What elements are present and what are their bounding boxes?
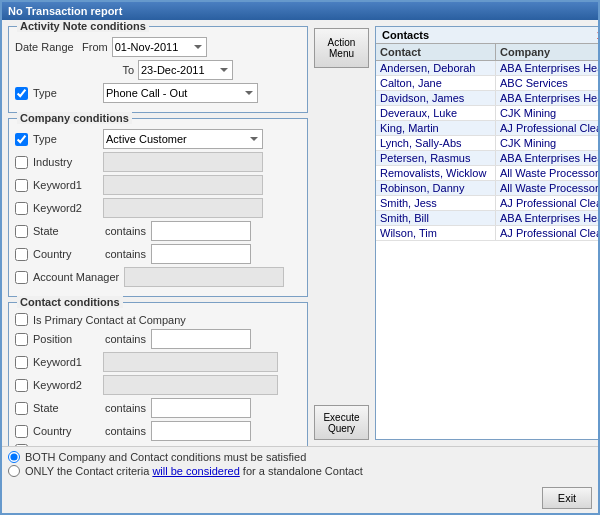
company-name-cell: ABA Enterprises Head Office	[496, 61, 598, 75]
company-state-contains: contains	[105, 225, 146, 237]
contacts-title: Contacts	[382, 29, 429, 41]
contact-country-input[interactable]	[151, 421, 251, 441]
industry-select[interactable]	[103, 152, 263, 172]
contact-name-cell[interactable]: Deveraux, Luke	[376, 106, 496, 120]
contact-name-cell[interactable]: Petersen, Rasmus	[376, 151, 496, 165]
contact-name-cell[interactable]: King, Martin	[376, 121, 496, 135]
company-type-row: Type Active Customer	[15, 129, 301, 149]
contact-name-cell[interactable]: Calton, Jane	[376, 76, 496, 90]
company-country-checkbox[interactable]	[15, 248, 28, 261]
company-type-label: Type	[33, 133, 98, 145]
table-row[interactable]: Petersen, RasmusABA Enterprises Head Off…	[376, 151, 598, 166]
exit-button[interactable]: Exit	[542, 487, 592, 509]
industry-row: Industry	[15, 152, 301, 172]
activity-note-title: Activity Note conditions	[17, 20, 149, 32]
table-row[interactable]: Calton, JaneABC Services	[376, 76, 598, 91]
type-select[interactable]: Phone Call - Out	[103, 83, 258, 103]
company-keyword1-select[interactable]	[103, 175, 263, 195]
records-info: 12 records	[596, 29, 598, 41]
contact-name-cell[interactable]: Andersen, Deborah	[376, 61, 496, 75]
contact-keyword1-checkbox[interactable]	[15, 356, 28, 369]
company-state-input[interactable]	[151, 221, 251, 241]
window-title: No Transaction report	[8, 5, 122, 17]
table-header: Contact Company	[376, 44, 598, 61]
industry-label: Industry	[33, 156, 98, 168]
contact-keyword2-row: Keyword2	[15, 375, 301, 395]
middle-buttons: Action Menu Execute Query	[314, 26, 369, 440]
table-row[interactable]: King, MartinAJ Professional Cleaning Gro…	[376, 121, 598, 136]
title-bar: No Transaction report	[2, 2, 598, 20]
account-manager-select[interactable]	[124, 267, 284, 287]
contact-keyword2-label: Keyword2	[33, 379, 98, 391]
company-keyword2-row: Keyword2	[15, 198, 301, 218]
radio1-label: BOTH Company and Contact conditions must…	[25, 451, 306, 463]
contact-name-cell[interactable]: Lynch, Sally-Abs	[376, 136, 496, 150]
primary-contact-checkbox[interactable]	[15, 313, 28, 326]
table-row[interactable]: Smith, BillABA Enterprises Head Office	[376, 211, 598, 226]
table-row[interactable]: Andersen, DeborahABA Enterprises Head Of…	[376, 61, 598, 76]
type-checkbox[interactable]	[15, 87, 28, 100]
company-name-cell: AJ Professional Cleaning Grou	[496, 196, 598, 210]
contact-name-cell[interactable]: Davidson, James	[376, 91, 496, 105]
records-count: 12	[596, 29, 598, 41]
radio-both[interactable]	[8, 451, 20, 463]
contact-state-label: State	[33, 402, 98, 414]
company-country-input[interactable]	[151, 244, 251, 264]
radio2-label: ONLY the Contact criteria will be consid…	[25, 465, 363, 477]
company-type-checkbox[interactable]	[15, 133, 28, 146]
account-manager-checkbox[interactable]	[15, 271, 28, 284]
account-manager-label: Account Manager	[33, 271, 119, 283]
position-input[interactable]	[151, 329, 251, 349]
radio-only[interactable]	[8, 465, 20, 477]
contact-name-cell[interactable]: Removalists, Wicklow	[376, 166, 496, 180]
contact-name-cell[interactable]: Smith, Jess	[376, 196, 496, 210]
col-contact-header: Contact	[376, 44, 496, 60]
footer-row: Exit	[2, 483, 598, 513]
contact-country-contains: contains	[105, 425, 146, 437]
table-row[interactable]: Removalists, WicklowAll Waste Processors	[376, 166, 598, 181]
contact-keyword2-select[interactable]	[103, 375, 278, 395]
company-keyword1-checkbox[interactable]	[15, 179, 28, 192]
company-name-cell: CJK Mining	[496, 106, 598, 120]
contact-state-row: State contains	[15, 398, 301, 418]
position-checkbox[interactable]	[15, 333, 28, 346]
industry-checkbox[interactable]	[15, 156, 28, 169]
table-row[interactable]: Wilson, TimAJ Professional Cleaning Grou	[376, 226, 598, 241]
table-row[interactable]: Robinson, DannyAll Waste Processors	[376, 181, 598, 196]
execute-query-button[interactable]: Execute Query	[314, 405, 369, 440]
contact-country-checkbox[interactable]	[15, 425, 28, 438]
to-date-select[interactable]: 23-Dec-2011	[138, 60, 233, 80]
left-panel: Activity Note conditions Date Range From…	[8, 26, 308, 440]
contact-keyword1-select[interactable]	[103, 352, 278, 372]
action-menu-button[interactable]: Action Menu	[314, 28, 369, 68]
from-date-select[interactable]: 01-Nov-2011	[112, 37, 207, 57]
company-name-cell: All Waste Processors	[496, 166, 598, 180]
company-state-row: State contains	[15, 221, 301, 241]
date-range-row: Date Range From 01-Nov-2011	[15, 37, 301, 57]
contacts-header: Contacts 12 records	[376, 27, 598, 44]
table-row[interactable]: Deveraux, LukeCJK Mining	[376, 106, 598, 121]
table-row[interactable]: Lynch, Sally-AbsCJK Mining	[376, 136, 598, 151]
contact-state-checkbox[interactable]	[15, 402, 28, 415]
contact-keyword2-checkbox[interactable]	[15, 379, 28, 392]
from-label: From	[78, 41, 108, 53]
contact-name-cell[interactable]: Robinson, Danny	[376, 181, 496, 195]
company-country-row: Country contains	[15, 244, 301, 264]
company-keyword2-checkbox[interactable]	[15, 202, 28, 215]
company-keyword2-select[interactable]	[103, 198, 263, 218]
table-row[interactable]: Davidson, JamesABA Enterprises Head Offi…	[376, 91, 598, 106]
company-name-cell: AJ Professional Cleaning Grou	[496, 121, 598, 135]
activity-note-section: Activity Note conditions Date Range From…	[8, 26, 308, 113]
radio2-pre: ONLY the Contact criteria	[25, 465, 152, 477]
contact-name-cell[interactable]: Wilson, Tim	[376, 226, 496, 240]
active-opportunity-checkbox[interactable]	[15, 444, 28, 446]
company-type-select[interactable]: Active Customer	[103, 129, 263, 149]
contacts-table-body: Andersen, DeborahABA Enterprises Head Of…	[376, 61, 598, 439]
contact-country-label: Country	[33, 425, 98, 437]
company-name-cell: ABA Enterprises Head Office	[496, 91, 598, 105]
table-row[interactable]: Smith, JessAJ Professional Cleaning Grou	[376, 196, 598, 211]
contact-state-input[interactable]	[151, 398, 251, 418]
company-state-checkbox[interactable]	[15, 225, 28, 238]
radio1-row: BOTH Company and Contact conditions must…	[8, 451, 592, 463]
contact-name-cell[interactable]: Smith, Bill	[376, 211, 496, 225]
